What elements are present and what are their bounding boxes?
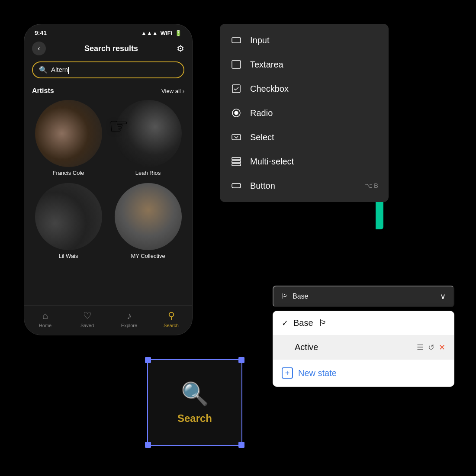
artist-avatar-2	[115, 100, 182, 167]
dropdown-label-checkbox: Checkbox	[250, 84, 289, 94]
dropdown-item-select[interactable]: Select	[220, 125, 389, 149]
reset-icon[interactable]: ↺	[428, 343, 434, 352]
artist-name-2: Leah Rios	[135, 170, 161, 176]
dropdown-item-textarea[interactable]: Textarea	[220, 52, 389, 77]
state-item-base[interactable]: ✓ Base 🏳	[273, 311, 454, 335]
button-shortcut: ⌥ B	[365, 182, 378, 190]
explore-icon: ♪	[127, 310, 132, 322]
status-bar: 9:41 ▲▲▲ WiFi 🔋	[24, 24, 192, 38]
search-nav-icon: ⚲	[168, 310, 175, 322]
dropdown-item-button[interactable]: Button ⌥ B	[220, 174, 389, 198]
search-input[interactable]: Altern	[51, 66, 69, 74]
state-actions: ☰ ↺ ✕	[417, 343, 445, 352]
state-panel: 🏳 Base ∨ ✓ Base 🏳 Active ☰ ↺ ✕ + New sta…	[273, 286, 454, 387]
dropdown-label-textarea: Textarea	[250, 60, 283, 70]
phone-header: ‹ Search results ⚙	[24, 38, 192, 59]
chevron-down-icon: ∨	[440, 292, 446, 301]
back-button[interactable]: ‹	[32, 42, 46, 55]
selection-handle-bl[interactable]	[145, 442, 151, 448]
view-all-button[interactable]: View all ›	[161, 88, 184, 94]
svg-rect-8	[232, 164, 241, 166]
artist-name-3: Lil Wais	[58, 253, 78, 259]
search-icon: 🔍	[39, 66, 48, 74]
svg-rect-6	[232, 158, 241, 160]
textarea-icon	[230, 58, 242, 71]
svg-rect-9	[232, 183, 241, 188]
wifi-icon: WiFi	[161, 30, 172, 36]
nav-search[interactable]: ⚲ Search	[150, 310, 192, 328]
select-icon	[230, 131, 242, 143]
artist-item[interactable]: Lil Wais	[32, 183, 105, 259]
dropdown-item-radio[interactable]: Radio	[220, 101, 389, 125]
artist-name-4: MY Collective	[131, 253, 165, 259]
nav-explore[interactable]: ♪ Explore	[108, 310, 150, 328]
selection-handle-tr[interactable]	[238, 357, 244, 363]
artist-avatar-1	[35, 100, 102, 167]
search-widget: 🔍 Search	[147, 359, 242, 446]
dropdown-label-button: Button	[250, 181, 275, 191]
dropdown-item-checkbox[interactable]: Checkbox	[220, 77, 389, 101]
svg-rect-7	[232, 161, 241, 163]
bottom-nav: ⌂ Home ♡ Saved ♪ Explore ⚲ Search	[24, 306, 192, 335]
artist-item[interactable]: Francis Cole	[32, 100, 105, 176]
input-icon	[230, 34, 242, 46]
selection-handle-br[interactable]	[238, 442, 244, 448]
plus-icon: +	[282, 367, 293, 379]
new-state-label: New state	[298, 368, 337, 378]
search-bar-wrap: 🔍 Altern	[24, 59, 192, 81]
radio-icon	[230, 107, 242, 119]
artist-name-1: Francis Cole	[53, 170, 84, 176]
dropdown-label-multiselect: Multi-select	[250, 157, 294, 167]
nav-search-label: Search	[164, 323, 179, 328]
widget-search-icon: 🔍	[181, 381, 209, 407]
button-icon	[230, 180, 242, 192]
search-bar[interactable]: 🔍 Altern	[32, 61, 184, 78]
delete-icon[interactable]: ✕	[439, 343, 445, 352]
dropdown-item-multiselect[interactable]: Multi-select	[220, 149, 389, 174]
battery-icon: 🔋	[175, 30, 182, 36]
saved-icon: ♡	[83, 310, 92, 322]
svg-rect-0	[232, 38, 241, 43]
artist-item[interactable]: MY Collective	[112, 183, 184, 259]
artists-grid: Francis Cole Leah Rios Lil Wais MY Colle…	[24, 98, 192, 261]
state-active-label: Active	[295, 342, 318, 352]
new-state-item[interactable]: + New state	[273, 360, 454, 386]
dropdown-label-radio: Radio	[250, 108, 273, 118]
state-item-active[interactable]: Active ☰ ↺ ✕	[273, 335, 454, 360]
state-list: ✓ Base 🏳 Active ☰ ↺ ✕ + New state	[273, 311, 454, 387]
artists-title: Artists	[32, 87, 54, 95]
base-flag-icon: 🏳	[318, 318, 327, 328]
multiselect-icon	[230, 155, 242, 167]
home-icon: ⌂	[42, 310, 48, 322]
flag-icon: 🏳	[281, 293, 288, 300]
nav-saved-label: Saved	[80, 323, 94, 328]
state-dropdown-button[interactable]: 🏳 Base ∨	[273, 286, 454, 307]
state-dropdown-label: Base	[293, 293, 308, 300]
check-icon: ✓	[282, 318, 288, 328]
nav-home-label: Home	[39, 323, 51, 328]
svg-rect-5	[232, 135, 241, 140]
state-base-label: Base	[293, 318, 313, 328]
phone-mockup: 9:41 ▲▲▲ WiFi 🔋 ‹ Search results ⚙ 🔍 Alt…	[24, 24, 193, 335]
artist-item[interactable]: Leah Rios	[112, 100, 184, 176]
signal-icon: ▲▲▲	[141, 30, 158, 36]
dropdown-item-input[interactable]: Input	[220, 28, 389, 52]
status-time: 9:41	[35, 29, 47, 36]
artist-avatar-3	[35, 183, 102, 250]
artists-section-header: Artists View all ›	[24, 81, 192, 98]
dropdown-label-select: Select	[250, 132, 274, 142]
svg-rect-2	[232, 85, 240, 93]
widget-label: Search	[177, 412, 212, 425]
nav-home[interactable]: ⌂ Home	[24, 310, 66, 328]
status-icons: ▲▲▲ WiFi 🔋	[141, 30, 182, 36]
selection-handle-tl[interactable]	[145, 357, 151, 363]
header-title: Search results	[84, 44, 138, 53]
artist-avatar-4	[115, 183, 182, 250]
menu-icon[interactable]: ☰	[417, 343, 424, 352]
dropdown-label-input: Input	[250, 35, 269, 45]
settings-button[interactable]: ⚙	[177, 43, 184, 54]
svg-point-4	[235, 111, 238, 115]
nav-saved[interactable]: ♡ Saved	[66, 310, 108, 328]
nav-explore-label: Explore	[121, 323, 137, 328]
checkbox-icon	[230, 83, 242, 95]
